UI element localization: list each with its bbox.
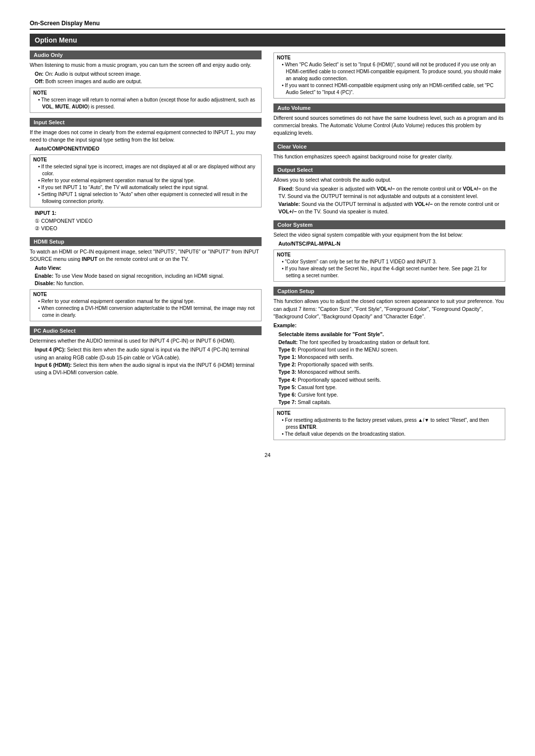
input-select-note-b2: • Refer to your external equipment opera… bbox=[38, 177, 258, 184]
pc-audio-body: Determines whether the AUDIO terminal is… bbox=[30, 337, 262, 345]
caption-type-1: Type 1: Monospaced with serifs. bbox=[278, 353, 505, 361]
pc-audio-input4: Input 4 (PC): Select this item when the … bbox=[35, 346, 262, 361]
audio-only-off: Off: Both screen images and audio are ou… bbox=[35, 78, 262, 85]
hdmi-auto-view-label: Auto View: bbox=[35, 264, 262, 272]
hdmi-enable-text: Enable: To use View Mode based on signal… bbox=[35, 272, 262, 280]
caption-setup-body: This function allows you to adjust the c… bbox=[273, 298, 505, 320]
audio-only-header: Audio Only bbox=[30, 50, 262, 59]
hdmi-note: NOTE • Refer to your external equipment … bbox=[30, 289, 262, 321]
page: On-Screen Display Menu Option Menu Audio… bbox=[0, 0, 535, 478]
caption-type-4: Type 4: Proportionally spaced without se… bbox=[278, 376, 505, 384]
audio-only-note-bullet: • The screen image will return to normal… bbox=[38, 97, 258, 110]
divider bbox=[30, 29, 505, 30]
input1-item1: ① COMPONENT VIDEO bbox=[35, 217, 262, 225]
right-top-note-b2: • If you want to connect HDMI-compatible… bbox=[282, 82, 502, 96]
right-top-note-title: NOTE bbox=[277, 55, 502, 60]
caption-type-7: Type 7: Small capitals. bbox=[278, 399, 505, 406]
color-system-note-title: NOTE bbox=[277, 252, 502, 257]
pc-audio-select-header: PC Audio Select bbox=[30, 326, 262, 335]
caption-type-6: Type 6: Cursive font type. bbox=[278, 391, 505, 399]
caption-setup-note-b2: • The default value depends on the broad… bbox=[282, 431, 502, 438]
caption-setup-note-b1: • For resetting adjustments to the facto… bbox=[282, 417, 502, 431]
input-select-note-title: NOTE bbox=[33, 157, 258, 162]
input-select-sub: Auto/COMPONENT/VIDEO bbox=[35, 145, 262, 152]
output-select-body: Allows you to select what controls the a… bbox=[273, 176, 505, 184]
pc-audio-input6: Input 6 (HDMI): Select this item when th… bbox=[35, 361, 262, 376]
color-system-note-b2: • If you have already set the Secret No.… bbox=[282, 265, 502, 279]
hdmi-disable-text: Disable: No function. bbox=[35, 280, 262, 287]
input1-item2: ② VIDEO bbox=[35, 225, 262, 232]
hdmi-setup-header: HDMI Setup bbox=[30, 237, 262, 246]
audio-only-note-title: NOTE bbox=[33, 90, 258, 96]
input-select-note-b3: • If you set INPUT 1 to "Auto", the TV w… bbox=[38, 184, 258, 191]
hdmi-note-title: NOTE bbox=[33, 292, 258, 297]
caption-type-0: Type 0: Proportional font used in the ME… bbox=[278, 346, 505, 353]
input-select-header: Input Select bbox=[30, 118, 262, 127]
clear-voice-header: Clear Voice bbox=[273, 142, 505, 151]
caption-setup-header: Caption Setup bbox=[273, 287, 505, 296]
hdmi-note-b2: • When connecting a DVI-HDMI conversion … bbox=[38, 305, 258, 319]
right-top-note: NOTE • When "PC Audio Select" is set to … bbox=[273, 52, 505, 99]
color-system-body: Select the video signal system compatibl… bbox=[273, 231, 505, 239]
color-system-sub: Auto/NTSC/PAL-M/PAL-N bbox=[278, 240, 505, 248]
caption-setup-note-title: NOTE bbox=[277, 410, 502, 416]
auto-volume-header: Auto Volume bbox=[273, 103, 505, 112]
caption-type-2: Type 2: Proportionally spaced with serif… bbox=[278, 361, 505, 368]
caption-setup-default: Default: The font specified by broadcast… bbox=[278, 339, 505, 346]
input-select-note-b4: • Setting INPUT 1 signal selection to "A… bbox=[38, 191, 258, 205]
audio-only-body: When listening to music from a music pro… bbox=[30, 61, 262, 69]
caption-setup-selectable: Selectable items available for "Font Sty… bbox=[278, 331, 505, 338]
caption-type-3: Type 3: Monospaced without serifs. bbox=[278, 368, 505, 376]
caption-type-5: Type 5: Casual font type. bbox=[278, 384, 505, 391]
input1-label: INPUT 1: bbox=[35, 209, 262, 217]
output-select-fixed: Fixed: Sound via speaker is adjusted wit… bbox=[278, 185, 505, 200]
audio-only-note: NOTE • The screen image will return to n… bbox=[30, 88, 262, 113]
right-top-note-b1: • When "PC Audio Select" is set to "Inpu… bbox=[282, 61, 502, 82]
input-select-body: If the image does not come in clearly fr… bbox=[30, 129, 262, 144]
audio-only-on: On: On: Audio is output without screen i… bbox=[35, 70, 262, 78]
clear-voice-body: This function emphasizes speech against … bbox=[273, 153, 505, 160]
on-screen-display-label: On-Screen Display Menu bbox=[30, 20, 505, 27]
hdmi-setup-body: To watch an HDMI or PC-IN equipment imag… bbox=[30, 248, 262, 263]
option-menu-title: Option Menu bbox=[30, 34, 505, 47]
caption-setup-example: Example: bbox=[273, 322, 505, 329]
page-number: 24 bbox=[30, 452, 505, 458]
right-column: NOTE • When "PC Audio Select" is set to … bbox=[273, 50, 505, 442]
input-select-note-b1: • If the selected signal type is incorre… bbox=[38, 163, 258, 177]
color-system-note-b1: • "Color System" can only be set for the… bbox=[282, 258, 502, 265]
caption-setup-note: NOTE • For resetting adjustments to the … bbox=[273, 408, 505, 440]
input-select-note: NOTE • If the selected signal type is in… bbox=[30, 154, 262, 207]
color-system-note: NOTE • "Color System" can only be set fo… bbox=[273, 250, 505, 282]
output-select-header: Output Select bbox=[273, 165, 505, 174]
hdmi-note-b1: • Refer to your external equipment opera… bbox=[38, 298, 258, 305]
color-system-header: Color System bbox=[273, 220, 505, 229]
output-select-variable: Variable: Sound via the OUTPUT terminal … bbox=[278, 201, 505, 215]
auto-volume-body: Different sound sources sometimes do not… bbox=[273, 114, 505, 137]
left-column: Audio Only When listening to music from … bbox=[30, 50, 262, 442]
two-column-layout: Audio Only When listening to music from … bbox=[30, 50, 505, 442]
